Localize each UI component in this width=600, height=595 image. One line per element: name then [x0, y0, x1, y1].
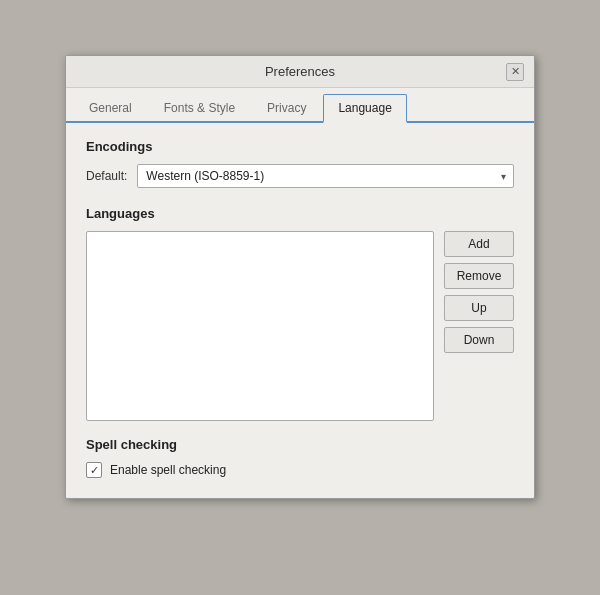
- languages-section: Languages Add Remove Up Down: [86, 206, 514, 421]
- title-bar: Preferences ✕: [66, 56, 534, 88]
- tab-fonts-style[interactable]: Fonts & Style: [149, 94, 250, 123]
- close-button[interactable]: ✕: [506, 63, 524, 81]
- remove-language-button[interactable]: Remove: [444, 263, 514, 289]
- tab-language[interactable]: Language: [323, 94, 406, 123]
- preferences-dialog: Preferences ✕ General Fonts & Style Priv…: [65, 55, 535, 499]
- tab-general[interactable]: General: [74, 94, 147, 123]
- languages-heading: Languages: [86, 206, 514, 221]
- add-language-button[interactable]: Add: [444, 231, 514, 257]
- encodings-row: Default: Western (ISO-8859-1) Unicode (U…: [86, 164, 514, 188]
- tabs-bar: General Fonts & Style Privacy Language: [66, 88, 534, 123]
- spell-checking-checkbox[interactable]: ✓: [86, 462, 102, 478]
- checkmark-icon: ✓: [90, 465, 99, 476]
- spell-checking-label[interactable]: Enable spell checking: [110, 463, 226, 477]
- down-language-button[interactable]: Down: [444, 327, 514, 353]
- dialog-content: Encodings Default: Western (ISO-8859-1) …: [66, 123, 534, 498]
- encoding-select[interactable]: Western (ISO-8859-1) Unicode (UTF-8) Cen…: [137, 164, 514, 188]
- spell-checking-section: Spell checking ✓ Enable spell checking: [86, 437, 514, 478]
- languages-list[interactable]: [86, 231, 434, 421]
- default-label: Default:: [86, 169, 127, 183]
- up-language-button[interactable]: Up: [444, 295, 514, 321]
- spell-checking-row: ✓ Enable spell checking: [86, 462, 514, 478]
- languages-body: Add Remove Up Down: [86, 231, 514, 421]
- tab-privacy[interactable]: Privacy: [252, 94, 321, 123]
- encoding-select-wrapper: Western (ISO-8859-1) Unicode (UTF-8) Cen…: [137, 164, 514, 188]
- spell-checking-heading: Spell checking: [86, 437, 514, 452]
- dialog-title: Preferences: [265, 64, 335, 79]
- encodings-heading: Encodings: [86, 139, 514, 154]
- languages-buttons: Add Remove Up Down: [444, 231, 514, 353]
